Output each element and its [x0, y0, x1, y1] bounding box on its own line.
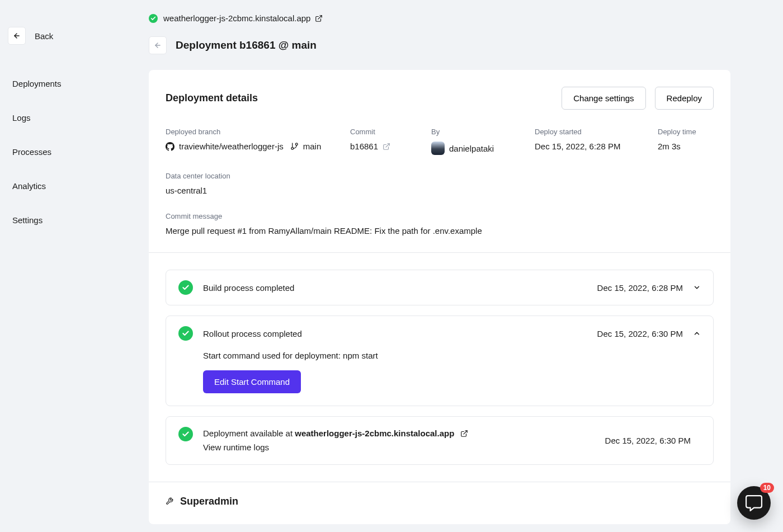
by-user: danielpataki: [449, 144, 494, 153]
svg-line-1: [318, 15, 322, 18]
sidebar-item-processes[interactable]: Processes: [7, 140, 142, 164]
time-label: Deploy time: [658, 128, 714, 136]
step-build-header[interactable]: Build process completed Dec 15, 2022, 6:…: [166, 270, 713, 305]
location-value: us-central1: [166, 186, 714, 195]
external-link-icon: [383, 143, 390, 150]
redeploy-button[interactable]: Redeploy: [655, 87, 714, 110]
step-available: Deployment available at weatherlogger-js…: [166, 416, 714, 465]
step-rollout-header[interactable]: Rollout process completed Dec 15, 2022, …: [166, 316, 713, 351]
started-label: Deploy started: [535, 128, 641, 136]
avatar: [431, 142, 445, 155]
message-label: Commit message: [166, 212, 714, 220]
step-build-date: Dec 15, 2022, 6:28 PM: [597, 283, 683, 293]
deployment-details-card: Deployment details Change settings Redep…: [149, 70, 730, 524]
available-prefix: Deployment available at: [203, 429, 295, 438]
chevron-up-icon: [693, 329, 701, 337]
available-date: Dec 15, 2022, 6:30 PM: [605, 436, 691, 445]
page-back-button[interactable]: [149, 36, 167, 54]
step-rollout: Rollout process completed Dec 15, 2022, …: [166, 316, 714, 406]
external-link-icon: [315, 15, 323, 22]
svg-line-6: [386, 143, 389, 147]
edit-start-command-button[interactable]: Edit Start Command: [203, 370, 301, 393]
github-icon: [166, 142, 174, 151]
check-icon: [178, 326, 193, 341]
chat-widget-button[interactable]: 10: [737, 486, 771, 520]
back-label: Back: [35, 31, 53, 41]
page-title: Deployment b16861 @ main: [176, 39, 317, 51]
time-value: 2m 3s: [658, 142, 714, 151]
message-value: Merge pull request #1 from RamyAllam/mai…: [166, 226, 714, 236]
sidebar-item-settings[interactable]: Settings: [7, 208, 142, 232]
repo-name[interactable]: traviewhite/weatherlogger-js: [179, 142, 284, 151]
arrow-left-icon: [154, 41, 162, 49]
commit-label: Commit: [350, 128, 414, 136]
sidebar-item-deployments[interactable]: Deployments: [7, 72, 142, 96]
svg-line-7: [463, 431, 466, 434]
rollout-desc: Start command used for deployment: npm s…: [203, 351, 701, 360]
branch-name: main: [303, 142, 322, 151]
main-content: weatherlogger-js-2cbmc.kinstalocal.app D…: [149, 0, 783, 524]
change-settings-button[interactable]: Change settings: [562, 87, 645, 110]
app-url-link[interactable]: weatherlogger-js-2cbmc.kinstalocal.app: [163, 13, 323, 23]
chat-badge: 10: [760, 483, 774, 493]
chevron-down-icon: [693, 284, 701, 291]
started-value: Dec 15, 2022, 6:28 PM: [535, 142, 641, 151]
back-button[interactable]: [8, 27, 26, 45]
status-success-icon: [149, 14, 158, 23]
git-branch-icon: [290, 142, 299, 150]
arrow-left-icon: [13, 32, 21, 40]
step-build-title: Build process completed: [203, 283, 597, 293]
app-url-text: weatherlogger-js-2cbmc.kinstalocal.app: [163, 13, 310, 23]
location-label: Data center location: [166, 172, 714, 180]
chat-icon: [746, 495, 762, 511]
commit-hash[interactable]: b16861: [350, 142, 378, 151]
details-section-title: Deployment details: [166, 92, 258, 104]
superadmin-title: Superadmin: [180, 496, 238, 507]
external-link-icon: [460, 430, 468, 437]
check-icon: [178, 280, 193, 295]
step-rollout-date: Dec 15, 2022, 6:30 PM: [597, 329, 683, 338]
by-label: By: [431, 128, 518, 136]
sidebar-item-analytics[interactable]: Analytics: [7, 174, 142, 198]
step-rollout-title: Rollout process completed: [203, 329, 597, 338]
view-runtime-logs-link[interactable]: View runtime logs: [203, 441, 605, 454]
sidebar: Back Deployments Logs Processes Analytic…: [0, 0, 149, 524]
wrench-icon: [166, 497, 173, 505]
check-icon: [178, 427, 193, 441]
sidebar-item-logs[interactable]: Logs: [7, 106, 142, 130]
branch-label: Deployed branch: [166, 128, 333, 136]
step-build: Build process completed Dec 15, 2022, 6:…: [166, 270, 714, 305]
available-url[interactable]: weatherlogger-js-2cbmc.kinstalocal.app: [295, 429, 454, 438]
